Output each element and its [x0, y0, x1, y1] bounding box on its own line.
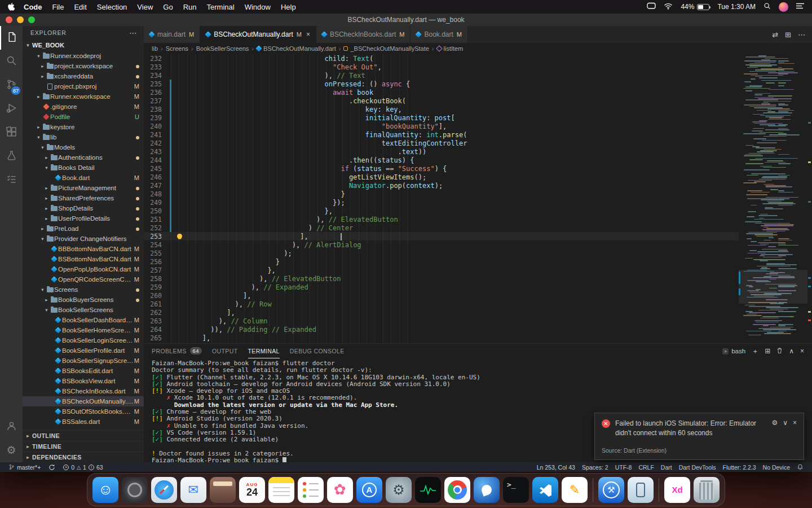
- explorer-more-actions-icon[interactable]: ⋯: [129, 29, 137, 37]
- status-cursor-position[interactable]: Ln 253, Col 43: [534, 464, 578, 471]
- code-line[interactable]: 249 });: [144, 198, 739, 207]
- dock-item-finder[interactable]: ☺: [92, 477, 118, 503]
- code-line[interactable]: 252 ) // Center: [144, 224, 739, 232]
- code-line[interactable]: 247 Navigator.pop(context);: [144, 181, 739, 190]
- minimap-slider[interactable]: [739, 270, 807, 304]
- code-line[interactable]: 235 onPressed: () async {: [144, 80, 739, 88]
- dock-item-calendar[interactable]: AUG24: [239, 477, 265, 503]
- tab-BSCheckOutManually.dart[interactable]: BSCheckOutManually.dartM×: [200, 26, 316, 43]
- code-line[interactable]: 256 }: [144, 257, 739, 266]
- control-center-icon[interactable]: [796, 3, 804, 11]
- dock-item-photos[interactable]: ✿: [327, 477, 353, 503]
- minimap[interactable]: [739, 54, 807, 343]
- code-line[interactable]: 255 );: [144, 249, 739, 257]
- tree-item[interactable]: ▸xcshareddata: [23, 71, 144, 81]
- code-line[interactable]: 259 ), // Expanded: [144, 283, 739, 291]
- tree-item[interactable]: PodfileU: [23, 112, 144, 122]
- tree-item[interactable]: BSCheckOutManually.dartM: [23, 396, 144, 406]
- code-line[interactable]: 244 .then((status) {: [144, 156, 739, 164]
- notifications-bell-icon[interactable]: [794, 463, 806, 471]
- tree-item[interactable]: BSBottomNavBarCN.dartM: [23, 254, 144, 264]
- code-line[interactable]: 242 textEditingController: [144, 139, 739, 147]
- code-lines[interactable]: 232 child: Text(233 "Check Out",234 ), /…: [144, 54, 739, 343]
- tree-item[interactable]: BBBottomNavBarCN.dartM: [23, 244, 144, 254]
- menubar-item-terminal[interactable]: Terminal: [207, 3, 235, 11]
- notification-close-icon[interactable]: ×: [793, 419, 797, 427]
- tree-item[interactable]: ▾lib: [23, 132, 144, 142]
- tab-close-icon[interactable]: ×: [306, 30, 310, 38]
- code-line[interactable]: 246 getListViewItems();: [144, 173, 739, 181]
- activity-bar-source-control[interactable]: 87: [0, 73, 23, 97]
- spotlight-icon[interactable]: [764, 2, 771, 11]
- panel-tab-output[interactable]: OUTPUT: [212, 344, 238, 358]
- code-line[interactable]: 238 key: key,: [144, 105, 739, 113]
- menubar-item-view[interactable]: View: [137, 3, 153, 11]
- tab-Book.dart[interactable]: Book.dartM: [411, 26, 468, 43]
- user-avatar[interactable]: [779, 2, 788, 12]
- code-line[interactable]: 243 .text)): [144, 147, 739, 156]
- kill-terminal-icon[interactable]: [776, 347, 783, 356]
- tree-item[interactable]: ▸UserProfileDetails: [23, 213, 144, 224]
- code-line[interactable]: 264 )), // Padding // Expanded: [144, 325, 739, 334]
- code-line[interactable]: 240 "bookQuantity"],: [144, 122, 739, 130]
- tree-item[interactable]: ▾Provider ChangeNotifiers: [23, 234, 144, 244]
- tree-item[interactable]: ▸PictureManagement: [23, 183, 144, 193]
- dock-item-system-preferences[interactable]: ⚙: [386, 477, 412, 503]
- code-line[interactable]: 251 ), // ElevatedButton: [144, 215, 739, 224]
- dock-item-reminders[interactable]: [298, 477, 324, 503]
- tree-item[interactable]: ▸BookBuyerScreens: [23, 295, 144, 305]
- code-line[interactable]: 232 child: Text(: [144, 54, 739, 63]
- activity-bar-checklist[interactable]: [0, 168, 23, 192]
- tree-item[interactable]: ▾Screens: [23, 284, 144, 295]
- dock-item-app-store[interactable]: A: [356, 477, 382, 503]
- sync-changes-button[interactable]: [46, 464, 58, 471]
- tree-item[interactable]: Book.dartM: [23, 173, 144, 183]
- split-editor-icon[interactable]: ⊞: [785, 30, 791, 39]
- status-dart-devtools[interactable]: Dart DevTools: [676, 464, 719, 471]
- panel-tab-terminal[interactable]: TERMINAL: [248, 344, 280, 358]
- code-line[interactable]: 241 finalQuantity: int.parse(: [144, 130, 739, 139]
- breadcrumb-item[interactable]: BookSellerScreens: [196, 45, 249, 52]
- code-line[interactable]: 239 initialQuantity: post[: [144, 113, 739, 122]
- activity-bar-settings[interactable]: ⚙: [0, 439, 23, 462]
- tree-item[interactable]: BSOutOfStockBooks.dartM: [23, 406, 144, 417]
- code-line[interactable]: 234 ), // Text: [144, 71, 739, 80]
- status-device-selector[interactable]: No Device: [760, 464, 793, 471]
- tree-item[interactable]: ▸Runner.xcworkspaceM: [23, 91, 144, 102]
- code-line[interactable]: 236 await book: [144, 88, 739, 97]
- tree-item[interactable]: BSCheckInBooks.dartM: [23, 386, 144, 396]
- code-line[interactable]: 262 ],: [144, 308, 739, 317]
- explorer-project-header[interactable]: ▾ WE_BOOK: [23, 40, 144, 51]
- tree-item[interactable]: BookSellerDashBoard.dartM: [23, 315, 144, 325]
- tree-item[interactable]: ▾Models: [23, 142, 144, 152]
- tree-item[interactable]: ▾Runner.xcodeproj: [23, 51, 144, 61]
- breadcrumb-item[interactable]: lib: [152, 45, 158, 52]
- problems-indicator[interactable]: ×0 △1 i63: [60, 464, 105, 471]
- dock-item-chrome[interactable]: [444, 477, 470, 503]
- tree-item[interactable]: OpenPopUpBookCN.dartM: [23, 264, 144, 274]
- tree-item[interactable]: BookSellerProfile.dartM: [23, 345, 144, 356]
- code-line[interactable]: 254 ), // AlertDialog: [144, 240, 739, 249]
- menubar-item-selection[interactable]: Selection: [97, 3, 127, 11]
- dock-item-notes[interactable]: [268, 477, 294, 503]
- code-line[interactable]: 245 if (status == "Success") {: [144, 164, 739, 173]
- code-line[interactable]: 233 "Check Out",: [144, 63, 739, 71]
- menubar-item-edit[interactable]: Edit: [74, 3, 86, 11]
- breadcrumb-item[interactable]: Screens: [166, 45, 188, 52]
- dock-item-activity-monitor[interactable]: [415, 477, 441, 503]
- breadcrumb-item[interactable]: BSCheckOutManually.dart: [257, 45, 336, 52]
- tree-item[interactable]: ▸Authentications: [23, 152, 144, 163]
- lightbulb-icon[interactable]: [177, 234, 182, 239]
- menubar-clock[interactable]: Tue 1:30 AM: [717, 3, 756, 11]
- open-changes-icon[interactable]: ⇄: [772, 30, 778, 39]
- tree-item[interactable]: BookSellerLoginScreen.d...M: [23, 335, 144, 345]
- tree-item[interactable]: ▸PreLoad: [23, 224, 144, 234]
- activity-bar-accounts[interactable]: [0, 415, 23, 439]
- tree-item[interactable]: ▸keystore: [23, 122, 144, 132]
- dock-item-thunderbird[interactable]: [474, 477, 500, 503]
- dock-item-adobe-xd[interactable]: Xd: [664, 477, 690, 503]
- split-terminal-icon[interactable]: ⊞: [765, 347, 770, 355]
- tree-item[interactable]: ▸ShopDetails: [23, 203, 144, 213]
- dock-item-mail[interactable]: ✉: [180, 477, 206, 503]
- tree-item[interactable]: BSBooksEdit.dartM: [23, 366, 144, 376]
